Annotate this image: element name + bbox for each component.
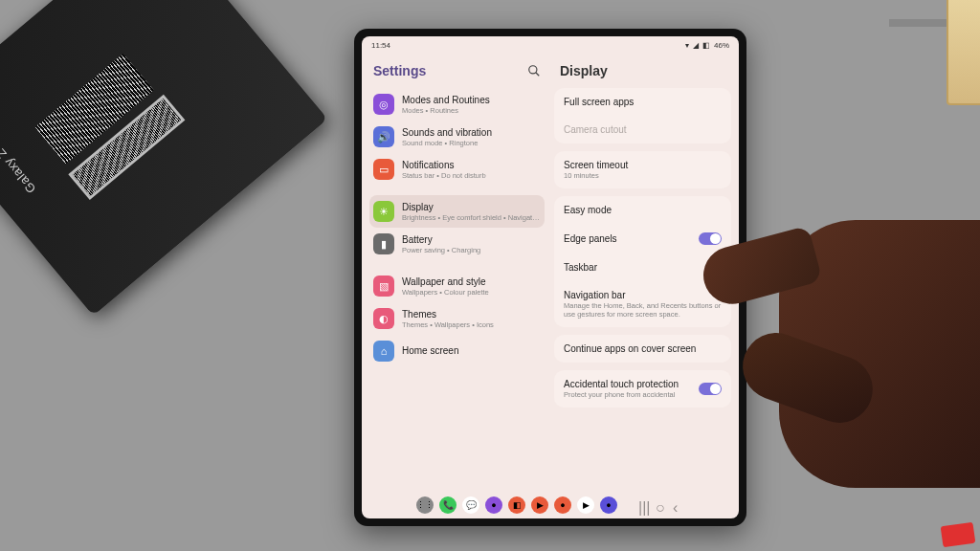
settings-item-notifications[interactable]: ▭NotificationsStatus bar • Do not distur… xyxy=(369,153,545,186)
card-item-continue-apps-on-cover-screen[interactable]: Continue apps on cover screen xyxy=(554,335,731,363)
settings-item-title: Wallpaper and style xyxy=(402,276,541,288)
settings-item-title: Display xyxy=(402,202,541,213)
settings-item-sub: Brightness • Eye comfort shield • Naviga… xyxy=(402,213,541,222)
settings-item-title: Sounds and vibration xyxy=(402,127,541,139)
card-item-screen-timeout[interactable]: Screen timeout10 minutes xyxy=(554,151,731,188)
settings-title: Settings xyxy=(373,63,426,78)
card-item-sub: Protect your phone from accidental xyxy=(564,390,679,399)
settings-item-sub: Power saving • Charging xyxy=(402,246,541,254)
settings-card: Easy modeEdge panelsTaskbarNavigation ba… xyxy=(554,196,731,327)
card-item-full-screen-apps[interactable]: Full screen apps xyxy=(554,88,731,116)
channel-logo xyxy=(941,522,976,548)
taskbar-app-icon[interactable]: 📞 xyxy=(439,496,457,514)
status-time: 11:54 xyxy=(371,41,390,50)
taskbar-app-icon[interactable]: ● xyxy=(600,496,617,514)
card-item-label: Edge panels xyxy=(564,233,617,244)
card-item-label: Continue apps on cover screen xyxy=(564,343,722,354)
card-item-label: Camera cutout xyxy=(564,124,722,135)
card-item-label: Navigation bar xyxy=(564,290,722,300)
settings-item-title: Battery xyxy=(402,234,541,246)
settings-item-sounds-and-vibration[interactable]: 🔊Sounds and vibrationSound mode • Ringto… xyxy=(369,121,545,153)
settings-icon: ▭ xyxy=(373,159,394,180)
settings-item-home-screen[interactable]: ⌂Home screen xyxy=(369,335,545,367)
wifi-icon: ▾ xyxy=(685,41,689,50)
card-item-sub: Manage the Home, Back, and Recents butto… xyxy=(564,301,722,319)
taskbar: ⋮⋮📞💬●◧▶●▶● ||| ○ ‹ xyxy=(362,492,739,518)
settings-item-themes[interactable]: ◐ThemesThemes • Wallpapers • Icons xyxy=(369,302,545,335)
settings-icon: ⌂ xyxy=(373,341,394,362)
card-item-label: Accidental touch protection xyxy=(564,379,679,389)
nav-recents[interactable]: ||| xyxy=(638,499,650,511)
settings-icon: ☀ xyxy=(373,201,394,222)
svg-line-1 xyxy=(536,73,540,77)
status-bar: 11:54 ▾ ◢ ◧ 46% xyxy=(362,36,739,54)
card-item-taskbar[interactable]: Taskbar xyxy=(554,253,731,281)
settings-icon: 🔊 xyxy=(373,126,394,147)
settings-item-sub: Modes • Routines xyxy=(402,106,541,115)
settings-card: Continue apps on cover screen xyxy=(554,335,731,363)
settings-card: Full screen appsCamera cutout xyxy=(554,88,731,143)
phone-screen: 11:54 ▾ ◢ ◧ 46% Settings ◎Modes and Rout… xyxy=(362,36,739,518)
settings-item-title: Modes and Routines xyxy=(402,95,541,106)
foldable-phone: 11:54 ▾ ◢ ◧ 46% Settings ◎Modes and Rout… xyxy=(354,29,746,526)
card-item-sub: 10 minutes xyxy=(564,171,722,180)
settings-item-modes-and-routines[interactable]: ◎Modes and RoutinesModes • Routines xyxy=(369,88,545,121)
taskbar-app-icon[interactable]: ● xyxy=(554,496,571,514)
svg-point-0 xyxy=(529,66,537,74)
battery-percent: 46% xyxy=(714,41,729,50)
settings-item-wallpaper-and-style[interactable]: ▧Wallpaper and styleWallpapers • Colour … xyxy=(369,270,545,302)
settings-item-title: Notifications xyxy=(402,160,541,171)
settings-item-battery[interactable]: ▮BatteryPower saving • Charging xyxy=(369,228,545,260)
card-item-camera-cutout: Camera cutout xyxy=(554,116,731,143)
card-item-label: Full screen apps xyxy=(564,97,722,107)
settings-item-title: Themes xyxy=(402,309,541,320)
settings-item-display[interactable]: ☀DisplayBrightness • Eye comfort shield … xyxy=(369,195,545,228)
settings-card: Accidental touch protectionProtect your … xyxy=(554,370,731,408)
toggle-switch[interactable] xyxy=(699,383,722,395)
box-product-name: Galaxy Z Fold6 xyxy=(0,117,38,196)
settings-item-sub: Themes • Wallpapers • Icons xyxy=(402,320,541,329)
display-detail-pane: Display Full screen appsCamera cutoutScr… xyxy=(550,54,739,492)
settings-item-sub: Wallpapers • Colour palette xyxy=(402,288,541,297)
taskbar-app-icon[interactable]: ◧ xyxy=(508,496,525,514)
settings-list-pane: Settings ◎Modes and RoutinesModes • Rout… xyxy=(362,54,550,492)
card-item-navigation-bar[interactable]: Navigation barManage the Home, Back, and… xyxy=(554,281,731,327)
settings-icon: ▮ xyxy=(373,233,394,254)
taskbar-app-icon[interactable]: ▶ xyxy=(577,496,594,514)
taskbar-app-icon[interactable]: ▶ xyxy=(531,496,548,514)
settings-card: Screen timeout10 minutes xyxy=(554,151,731,188)
card-item-accidental-touch-protection[interactable]: Accidental touch protectionProtect your … xyxy=(554,370,731,408)
card-item-easy-mode[interactable]: Easy mode xyxy=(554,196,731,224)
taskbar-app-icon[interactable]: ● xyxy=(485,496,502,514)
toggle-switch[interactable] xyxy=(699,232,722,245)
nav-back[interactable]: ‹ xyxy=(673,499,684,511)
card-item-label: Easy mode xyxy=(564,205,722,215)
settings-icon: ◎ xyxy=(373,94,394,115)
settings-item-sub: Status bar • Do not disturb xyxy=(402,171,541,180)
card-item-label: Screen timeout xyxy=(564,160,722,170)
display-title: Display xyxy=(554,57,731,88)
settings-icon: ▧ xyxy=(373,276,394,297)
card-item-label: Taskbar xyxy=(564,262,722,273)
settings-item-title: Home screen xyxy=(402,345,541,357)
product-box: Galaxy Z Fold6 xyxy=(0,0,328,316)
nav-home[interactable]: ○ xyxy=(656,499,667,511)
taskbar-app-icon[interactable]: 💬 xyxy=(462,496,479,514)
battery-icon: ◧ xyxy=(702,41,710,50)
taskbar-app-icon[interactable]: ⋮⋮ xyxy=(416,496,434,514)
settings-icon: ◐ xyxy=(373,308,394,329)
settings-item-sub: Sound mode • Ringtone xyxy=(402,139,541,147)
search-icon[interactable] xyxy=(527,64,541,77)
card-item-edge-panels[interactable]: Edge panels xyxy=(554,224,731,253)
signal-icon: ◢ xyxy=(693,41,699,50)
wooden-clamp xyxy=(865,0,980,124)
